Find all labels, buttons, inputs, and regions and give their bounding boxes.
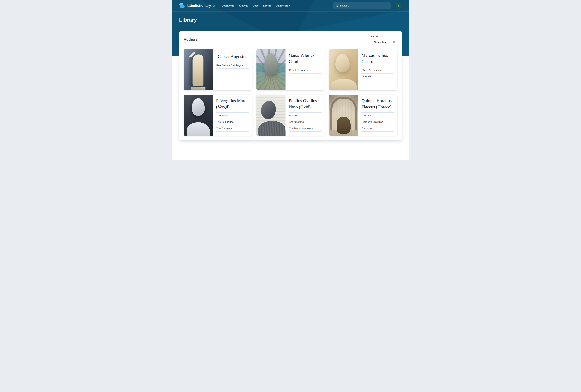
work-link[interactable]: Cicero's Epistulae xyxy=(361,67,394,74)
search-input[interactable] xyxy=(340,4,389,7)
work-link[interactable]: Amores xyxy=(289,112,322,119)
work-link[interactable]: The Aeneid xyxy=(216,112,249,119)
author-portrait xyxy=(256,49,286,90)
brand-suffix: .io xyxy=(211,4,215,8)
author-card[interactable]: P. Vergilius Maro (Vergil) The AeneidThe… xyxy=(184,94,252,136)
author-portrait xyxy=(184,94,213,136)
sort-label: Sort By: xyxy=(371,35,379,38)
brand-name: latindictionary.io xyxy=(187,4,215,8)
works-list: The AeneidThe EcologuesThe Georgics xyxy=(216,112,249,132)
author-name: Caesar Augustus xyxy=(216,54,249,60)
brand-logo[interactable]: latindictionary.io xyxy=(179,3,215,9)
author-portrait xyxy=(184,49,213,90)
top-navbar: latindictionary.io DashboardAnalyzeDocsL… xyxy=(172,0,409,12)
work-link[interactable]: The Georgics xyxy=(216,125,249,132)
author-card[interactable]: Quintus Horatius Flaccus (Horace) Carmin… xyxy=(329,94,397,136)
nav-item-latin-wordle[interactable]: Latin Wordle xyxy=(276,4,290,7)
nav-item-dashboard[interactable]: Dashboard xyxy=(222,4,234,7)
author-card-body: Publius Ovidius Naso (Ovid) AmoresArs Am… xyxy=(286,94,325,136)
nav-item-docs[interactable]: Docs xyxy=(253,4,259,7)
works-list: AmoresArs AmatoriaThe Metamorphoses xyxy=(289,112,322,132)
author-card[interactable]: Marcus Tullius Cicero Cicero's Epistulae… xyxy=(329,49,397,90)
sort-select[interactable]: Alphabetical xyxy=(371,39,397,45)
work-link[interactable]: The Ecologues xyxy=(216,119,249,125)
work-link[interactable]: Ars Amatoria xyxy=(289,119,322,125)
work-link[interactable]: Sermones xyxy=(361,125,394,132)
author-name: Marcus Tullius Cicero xyxy=(361,52,394,64)
sort-control: Sort By: Alphabetical xyxy=(371,35,397,45)
page: latindictionary.io DashboardAnalyzeDocsL… xyxy=(172,0,409,160)
sort-selected-value: Alphabetical xyxy=(374,41,386,44)
chevron-up-down-icon xyxy=(393,41,395,44)
author-portrait xyxy=(329,49,358,90)
page-title: Library xyxy=(179,17,402,23)
nav-item-library[interactable]: Library xyxy=(263,4,271,7)
search-box[interactable] xyxy=(333,2,391,9)
hero-section: Library xyxy=(172,12,409,23)
logo-book-icon xyxy=(179,3,185,9)
main-nav: DashboardAnalyzeDocsLibraryLatin Wordle xyxy=(222,4,290,7)
author-card-body: Marcus Tullius Cicero Cicero's Epistulae… xyxy=(358,49,397,90)
authors-panel-header: Authors Sort By: Alphabetical xyxy=(184,35,397,45)
author-card-body: P. Vergilius Maro (Vergil) The AeneidThe… xyxy=(213,94,252,136)
author-card[interactable]: Gaius Valerius Catullus Catullus' Poems xyxy=(256,49,325,90)
author-card-body: Quintus Horatius Flaccus (Horace) Carmin… xyxy=(358,94,397,136)
nav-item-analyze[interactable]: Analyze xyxy=(239,4,248,7)
author-name: Quintus Horatius Flaccus (Horace) xyxy=(361,98,394,110)
search-icon xyxy=(335,4,338,7)
work-link[interactable]: Horace's Epistulae xyxy=(361,119,394,125)
work-link[interactable]: Res Gestae Divi Augusti xyxy=(216,62,249,69)
author-card[interactable]: Publius Ovidius Naso (Ovid) AmoresArs Am… xyxy=(256,94,325,136)
authors-grid: Caesar Augustus Res Gestae Divi Augusti … xyxy=(184,49,397,136)
authors-heading: Authors xyxy=(184,38,198,42)
works-list: Res Gestae Divi Augusti xyxy=(216,62,249,69)
work-link[interactable]: Carmina xyxy=(361,112,394,119)
author-name: Publius Ovidius Naso (Ovid) xyxy=(289,98,322,110)
author-name: Gaius Valerius Catullus xyxy=(289,52,322,64)
author-name: P. Vergilius Maro (Vergil) xyxy=(216,98,249,110)
authors-panel: Authors Sort By: Alphabetical Caesar Aug… xyxy=(179,31,402,140)
author-card-body: Gaius Valerius Catullus Catullus' Poems xyxy=(286,49,325,90)
works-list: CarminaHorace's EpistulaeSermones xyxy=(361,112,394,132)
work-link[interactable]: Oratoria xyxy=(361,74,394,80)
work-link[interactable]: The Metamorphoses xyxy=(289,125,322,132)
author-card[interactable]: Caesar Augustus Res Gestae Divi Augusti xyxy=(184,49,252,90)
works-list: Catullus' Poems xyxy=(289,67,322,74)
works-list: Cicero's EpistulaeOratoria xyxy=(361,67,394,80)
user-avatar[interactable]: T xyxy=(396,2,402,9)
work-link[interactable]: Catullus' Poems xyxy=(289,67,322,74)
author-card-body: Caesar Augustus Res Gestae Divi Augusti xyxy=(213,49,252,90)
author-portrait xyxy=(329,94,358,136)
author-portrait xyxy=(256,94,286,136)
